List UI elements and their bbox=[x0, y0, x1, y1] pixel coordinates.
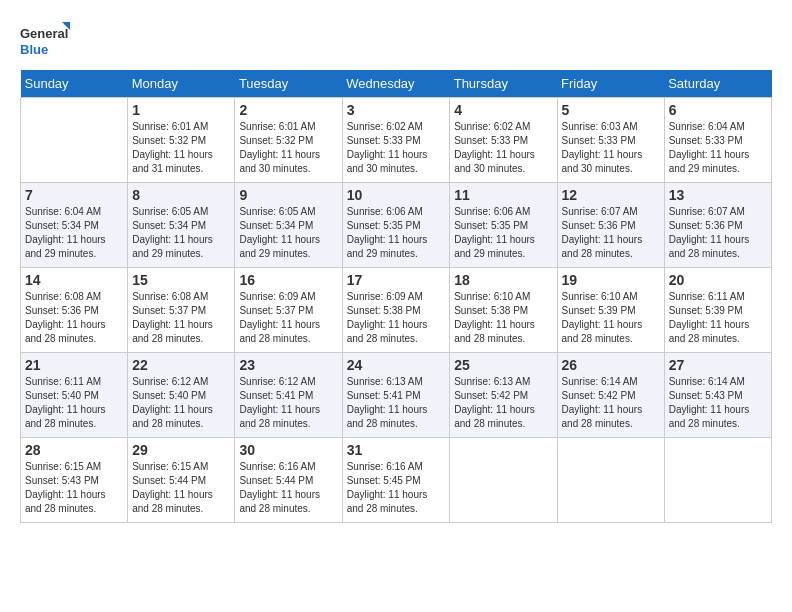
day-info: Sunrise: 6:06 AMSunset: 5:35 PMDaylight:… bbox=[347, 205, 446, 261]
weekday-header-saturday: Saturday bbox=[664, 70, 771, 98]
weekday-header-sunday: Sunday bbox=[21, 70, 128, 98]
day-number: 16 bbox=[239, 272, 337, 288]
day-info: Sunrise: 6:14 AMSunset: 5:42 PMDaylight:… bbox=[562, 375, 660, 431]
day-info: Sunrise: 6:02 AMSunset: 5:33 PMDaylight:… bbox=[347, 120, 446, 176]
day-info: Sunrise: 6:01 AMSunset: 5:32 PMDaylight:… bbox=[132, 120, 230, 176]
week-row-2: 7Sunrise: 6:04 AMSunset: 5:34 PMDaylight… bbox=[21, 183, 772, 268]
day-number: 15 bbox=[132, 272, 230, 288]
weekday-header-friday: Friday bbox=[557, 70, 664, 98]
day-number: 20 bbox=[669, 272, 767, 288]
svg-text:General: General bbox=[20, 26, 68, 41]
day-number: 25 bbox=[454, 357, 552, 373]
calendar-cell: 2Sunrise: 6:01 AMSunset: 5:32 PMDaylight… bbox=[235, 98, 342, 183]
day-number: 8 bbox=[132, 187, 230, 203]
calendar-cell: 15Sunrise: 6:08 AMSunset: 5:37 PMDayligh… bbox=[128, 268, 235, 353]
day-number: 9 bbox=[239, 187, 337, 203]
day-info: Sunrise: 6:02 AMSunset: 5:33 PMDaylight:… bbox=[454, 120, 552, 176]
header: General Blue bbox=[20, 20, 772, 60]
calendar-cell bbox=[557, 438, 664, 523]
day-info: Sunrise: 6:15 AMSunset: 5:43 PMDaylight:… bbox=[25, 460, 123, 516]
day-number: 10 bbox=[347, 187, 446, 203]
calendar-cell: 31Sunrise: 6:16 AMSunset: 5:45 PMDayligh… bbox=[342, 438, 450, 523]
day-info: Sunrise: 6:11 AMSunset: 5:40 PMDaylight:… bbox=[25, 375, 123, 431]
calendar-cell: 3Sunrise: 6:02 AMSunset: 5:33 PMDaylight… bbox=[342, 98, 450, 183]
calendar-cell: 12Sunrise: 6:07 AMSunset: 5:36 PMDayligh… bbox=[557, 183, 664, 268]
day-number: 19 bbox=[562, 272, 660, 288]
calendar-cell: 9Sunrise: 6:05 AMSunset: 5:34 PMDaylight… bbox=[235, 183, 342, 268]
day-number: 18 bbox=[454, 272, 552, 288]
day-number: 21 bbox=[25, 357, 123, 373]
day-info: Sunrise: 6:05 AMSunset: 5:34 PMDaylight:… bbox=[132, 205, 230, 261]
calendar-cell: 23Sunrise: 6:12 AMSunset: 5:41 PMDayligh… bbox=[235, 353, 342, 438]
calendar-cell: 14Sunrise: 6:08 AMSunset: 5:36 PMDayligh… bbox=[21, 268, 128, 353]
day-info: Sunrise: 6:13 AMSunset: 5:41 PMDaylight:… bbox=[347, 375, 446, 431]
day-info: Sunrise: 6:09 AMSunset: 5:37 PMDaylight:… bbox=[239, 290, 337, 346]
day-number: 27 bbox=[669, 357, 767, 373]
week-row-5: 28Sunrise: 6:15 AMSunset: 5:43 PMDayligh… bbox=[21, 438, 772, 523]
calendar-cell: 5Sunrise: 6:03 AMSunset: 5:33 PMDaylight… bbox=[557, 98, 664, 183]
day-info: Sunrise: 6:06 AMSunset: 5:35 PMDaylight:… bbox=[454, 205, 552, 261]
logo: General Blue bbox=[20, 20, 70, 60]
day-number: 6 bbox=[669, 102, 767, 118]
day-number: 17 bbox=[347, 272, 446, 288]
day-number: 1 bbox=[132, 102, 230, 118]
day-info: Sunrise: 6:14 AMSunset: 5:43 PMDaylight:… bbox=[669, 375, 767, 431]
day-info: Sunrise: 6:12 AMSunset: 5:41 PMDaylight:… bbox=[239, 375, 337, 431]
day-number: 5 bbox=[562, 102, 660, 118]
day-number: 14 bbox=[25, 272, 123, 288]
logo-svg: General Blue bbox=[20, 20, 70, 60]
calendar-cell: 29Sunrise: 6:15 AMSunset: 5:44 PMDayligh… bbox=[128, 438, 235, 523]
day-info: Sunrise: 6:16 AMSunset: 5:45 PMDaylight:… bbox=[347, 460, 446, 516]
day-info: Sunrise: 6:08 AMSunset: 5:36 PMDaylight:… bbox=[25, 290, 123, 346]
week-row-1: 1Sunrise: 6:01 AMSunset: 5:32 PMDaylight… bbox=[21, 98, 772, 183]
day-info: Sunrise: 6:03 AMSunset: 5:33 PMDaylight:… bbox=[562, 120, 660, 176]
day-info: Sunrise: 6:11 AMSunset: 5:39 PMDaylight:… bbox=[669, 290, 767, 346]
calendar-cell bbox=[450, 438, 557, 523]
weekday-header-monday: Monday bbox=[128, 70, 235, 98]
calendar-cell: 6Sunrise: 6:04 AMSunset: 5:33 PMDaylight… bbox=[664, 98, 771, 183]
day-number: 30 bbox=[239, 442, 337, 458]
calendar-cell: 8Sunrise: 6:05 AMSunset: 5:34 PMDaylight… bbox=[128, 183, 235, 268]
calendar-cell: 26Sunrise: 6:14 AMSunset: 5:42 PMDayligh… bbox=[557, 353, 664, 438]
calendar-cell: 25Sunrise: 6:13 AMSunset: 5:42 PMDayligh… bbox=[450, 353, 557, 438]
day-number: 3 bbox=[347, 102, 446, 118]
calendar-cell: 7Sunrise: 6:04 AMSunset: 5:34 PMDaylight… bbox=[21, 183, 128, 268]
calendar-cell: 13Sunrise: 6:07 AMSunset: 5:36 PMDayligh… bbox=[664, 183, 771, 268]
weekday-header-wednesday: Wednesday bbox=[342, 70, 450, 98]
day-info: Sunrise: 6:05 AMSunset: 5:34 PMDaylight:… bbox=[239, 205, 337, 261]
calendar-cell: 30Sunrise: 6:16 AMSunset: 5:44 PMDayligh… bbox=[235, 438, 342, 523]
week-row-3: 14Sunrise: 6:08 AMSunset: 5:36 PMDayligh… bbox=[21, 268, 772, 353]
weekday-header-tuesday: Tuesday bbox=[235, 70, 342, 98]
day-info: Sunrise: 6:10 AMSunset: 5:38 PMDaylight:… bbox=[454, 290, 552, 346]
calendar-cell: 24Sunrise: 6:13 AMSunset: 5:41 PMDayligh… bbox=[342, 353, 450, 438]
calendar-cell: 11Sunrise: 6:06 AMSunset: 5:35 PMDayligh… bbox=[450, 183, 557, 268]
weekday-header-row: SundayMondayTuesdayWednesdayThursdayFrid… bbox=[21, 70, 772, 98]
calendar-cell: 18Sunrise: 6:10 AMSunset: 5:38 PMDayligh… bbox=[450, 268, 557, 353]
calendar-cell: 1Sunrise: 6:01 AMSunset: 5:32 PMDaylight… bbox=[128, 98, 235, 183]
calendar-cell: 20Sunrise: 6:11 AMSunset: 5:39 PMDayligh… bbox=[664, 268, 771, 353]
day-number: 12 bbox=[562, 187, 660, 203]
day-number: 23 bbox=[239, 357, 337, 373]
day-info: Sunrise: 6:07 AMSunset: 5:36 PMDaylight:… bbox=[669, 205, 767, 261]
day-info: Sunrise: 6:08 AMSunset: 5:37 PMDaylight:… bbox=[132, 290, 230, 346]
day-info: Sunrise: 6:09 AMSunset: 5:38 PMDaylight:… bbox=[347, 290, 446, 346]
day-info: Sunrise: 6:04 AMSunset: 5:33 PMDaylight:… bbox=[669, 120, 767, 176]
calendar-cell bbox=[21, 98, 128, 183]
day-info: Sunrise: 6:04 AMSunset: 5:34 PMDaylight:… bbox=[25, 205, 123, 261]
weekday-header-thursday: Thursday bbox=[450, 70, 557, 98]
day-number: 13 bbox=[669, 187, 767, 203]
day-number: 29 bbox=[132, 442, 230, 458]
calendar-cell: 27Sunrise: 6:14 AMSunset: 5:43 PMDayligh… bbox=[664, 353, 771, 438]
day-info: Sunrise: 6:13 AMSunset: 5:42 PMDaylight:… bbox=[454, 375, 552, 431]
calendar-cell: 21Sunrise: 6:11 AMSunset: 5:40 PMDayligh… bbox=[21, 353, 128, 438]
calendar-cell: 4Sunrise: 6:02 AMSunset: 5:33 PMDaylight… bbox=[450, 98, 557, 183]
day-info: Sunrise: 6:16 AMSunset: 5:44 PMDaylight:… bbox=[239, 460, 337, 516]
calendar-cell bbox=[664, 438, 771, 523]
calendar-cell: 16Sunrise: 6:09 AMSunset: 5:37 PMDayligh… bbox=[235, 268, 342, 353]
day-info: Sunrise: 6:15 AMSunset: 5:44 PMDaylight:… bbox=[132, 460, 230, 516]
day-number: 11 bbox=[454, 187, 552, 203]
day-number: 28 bbox=[25, 442, 123, 458]
calendar: SundayMondayTuesdayWednesdayThursdayFrid… bbox=[20, 70, 772, 523]
day-number: 22 bbox=[132, 357, 230, 373]
day-info: Sunrise: 6:10 AMSunset: 5:39 PMDaylight:… bbox=[562, 290, 660, 346]
